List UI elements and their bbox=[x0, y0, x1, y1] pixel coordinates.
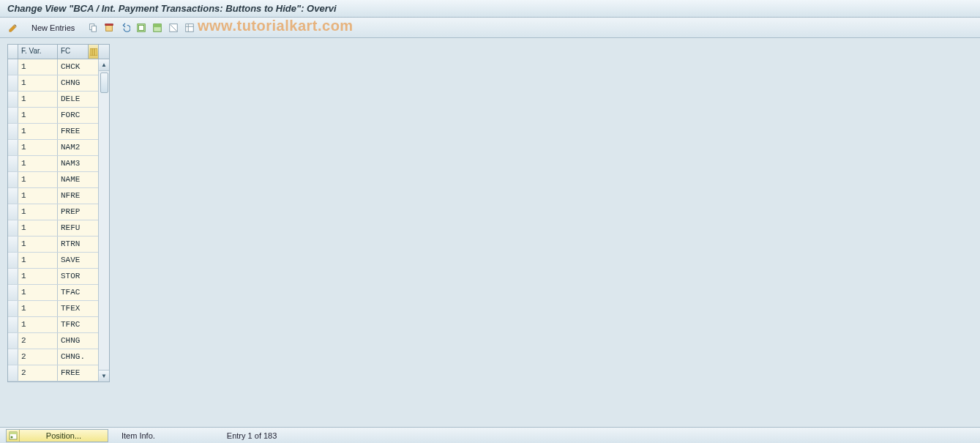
select-block-button[interactable] bbox=[150, 21, 165, 35]
cell-fc[interactable]: CHNG bbox=[58, 333, 99, 349]
cell-fvar[interactable]: 1 bbox=[18, 108, 58, 123]
row-selector[interactable] bbox=[8, 333, 18, 349]
row-selector[interactable] bbox=[8, 269, 18, 284]
row-selector[interactable] bbox=[8, 108, 18, 123]
cell-fc[interactable]: NAM3 bbox=[58, 156, 99, 171]
scroll-up-button[interactable]: ▲ bbox=[99, 59, 110, 71]
row-selector[interactable] bbox=[8, 140, 18, 155]
table-row[interactable]: 1TFEX bbox=[8, 301, 99, 317]
table-row[interactable]: 1TFRC bbox=[8, 317, 99, 333]
cell-fc[interactable]: TFEX bbox=[58, 301, 99, 316]
cell-fc[interactable]: TFAC bbox=[58, 285, 99, 300]
row-selector[interactable] bbox=[8, 172, 18, 187]
cell-fvar[interactable]: 1 bbox=[18, 253, 58, 268]
cell-fc[interactable]: RTRN bbox=[58, 237, 99, 252]
cell-fvar[interactable]: 1 bbox=[18, 156, 58, 171]
cell-fc[interactable]: CHNG. bbox=[58, 349, 99, 365]
delete-button[interactable] bbox=[102, 21, 116, 35]
scroll-down-button[interactable]: ▼ bbox=[99, 370, 110, 381]
cell-fvar[interactable]: 1 bbox=[18, 220, 58, 236]
vertical-scrollbar[interactable]: ▲ ▼ bbox=[98, 59, 109, 381]
toggle-edit-button[interactable] bbox=[6, 21, 20, 35]
table-row[interactable]: 1FREE bbox=[8, 124, 99, 140]
row-selector[interactable] bbox=[8, 301, 18, 316]
cell-fc[interactable]: CHNG bbox=[58, 75, 99, 91]
table-settings-button[interactable] bbox=[182, 21, 197, 35]
table-row[interactable]: 1SAVE bbox=[8, 253, 99, 269]
cell-fc[interactable]: PREP bbox=[58, 204, 99, 220]
cell-fc[interactable]: NAM2 bbox=[58, 140, 99, 155]
cell-fvar[interactable]: 1 bbox=[18, 317, 58, 332]
table-row[interactable]: 1PREP bbox=[8, 204, 99, 220]
cell-fc[interactable]: REFU bbox=[58, 220, 99, 236]
undo-button[interactable] bbox=[118, 21, 132, 35]
table-row[interactable]: 1STOR bbox=[8, 269, 99, 285]
cell-fvar[interactable]: 1 bbox=[18, 237, 58, 252]
table-row[interactable]: 1NAM2 bbox=[8, 140, 99, 156]
cell-fvar[interactable]: 1 bbox=[18, 124, 58, 139]
cell-fvar[interactable]: 1 bbox=[18, 92, 58, 107]
cell-fvar[interactable]: 1 bbox=[18, 172, 58, 187]
cell-fvar[interactable]: 1 bbox=[18, 285, 58, 300]
cell-fvar[interactable]: 1 bbox=[18, 269, 58, 284]
row-selector[interactable] bbox=[8, 317, 18, 332]
scroll-thumb[interactable] bbox=[100, 72, 108, 93]
row-selector[interactable] bbox=[8, 253, 18, 268]
table-row[interactable]: 1RTRN bbox=[8, 237, 99, 253]
cell-fc[interactable]: FREE bbox=[58, 124, 99, 139]
table-row[interactable]: 1NAM3 bbox=[8, 156, 99, 172]
table-row[interactable]: 1REFU bbox=[8, 220, 99, 237]
select-all-button[interactable] bbox=[134, 21, 149, 35]
cell-fc[interactable]: STOR bbox=[58, 269, 99, 284]
grid-select-all-header[interactable] bbox=[8, 45, 18, 59]
row-selector[interactable] bbox=[8, 349, 18, 365]
cell-fc[interactable]: FORC bbox=[58, 108, 99, 123]
grid-configure-button[interactable] bbox=[89, 45, 99, 59]
table-row[interactable]: 1NAME bbox=[8, 172, 99, 188]
cell-fvar[interactable]: 1 bbox=[18, 204, 58, 220]
cell-fc[interactable]: TFRC bbox=[58, 317, 99, 332]
new-entries-button[interactable]: New Entries bbox=[25, 21, 81, 35]
cell-fvar[interactable]: 2 bbox=[18, 349, 58, 365]
cell-fc[interactable]: FREE bbox=[58, 365, 99, 381]
cell-fc[interactable]: DELE bbox=[58, 92, 99, 107]
position-button[interactable]: Position... bbox=[6, 429, 108, 442]
table-row[interactable]: 1NFRE bbox=[8, 188, 99, 204]
svg-rect-1 bbox=[92, 26, 97, 31]
table-row[interactable]: 1CHNG bbox=[8, 75, 99, 92]
row-selector[interactable] bbox=[8, 237, 18, 252]
copy-button[interactable] bbox=[86, 21, 100, 35]
cell-fc[interactable]: SAVE bbox=[58, 253, 99, 268]
table-row[interactable]: 2CHNG bbox=[8, 333, 99, 349]
row-selector[interactable] bbox=[8, 75, 18, 91]
table-row[interactable]: 2CHNG. bbox=[8, 349, 99, 365]
row-selector[interactable] bbox=[8, 92, 18, 107]
table-row[interactable]: 1CHCK bbox=[8, 59, 99, 75]
row-selector[interactable] bbox=[8, 188, 18, 204]
column-header-fvar[interactable]: F. Var. bbox=[18, 45, 58, 59]
cell-fvar[interactable]: 1 bbox=[18, 301, 58, 316]
cell-fc[interactable]: NAME bbox=[58, 172, 99, 187]
row-selector[interactable] bbox=[8, 156, 18, 171]
title-bar: Change View "BCA / Int. Payment Transact… bbox=[0, 0, 980, 18]
cell-fvar[interactable]: 1 bbox=[18, 75, 58, 91]
row-selector[interactable] bbox=[8, 220, 18, 236]
cell-fc[interactable]: CHCK bbox=[58, 59, 99, 75]
cell-fvar[interactable]: 1 bbox=[18, 140, 58, 155]
column-header-fc[interactable]: FC bbox=[58, 45, 89, 59]
table-row[interactable]: 1DELE bbox=[8, 92, 99, 108]
deselect-all-button[interactable] bbox=[166, 21, 181, 35]
cell-fvar[interactable]: 2 bbox=[18, 333, 58, 349]
table-row[interactable]: 2FREE bbox=[8, 365, 99, 381]
cell-fc[interactable]: NFRE bbox=[58, 188, 99, 204]
row-selector[interactable] bbox=[8, 204, 18, 220]
row-selector[interactable] bbox=[8, 285, 18, 300]
cell-fvar[interactable]: 1 bbox=[18, 59, 58, 75]
table-row[interactable]: 1FORC bbox=[8, 108, 99, 124]
row-selector[interactable] bbox=[8, 124, 18, 139]
cell-fvar[interactable]: 2 bbox=[18, 365, 58, 381]
row-selector[interactable] bbox=[8, 365, 18, 381]
table-row[interactable]: 1TFAC bbox=[8, 285, 99, 301]
cell-fvar[interactable]: 1 bbox=[18, 188, 58, 204]
row-selector[interactable] bbox=[8, 59, 18, 75]
